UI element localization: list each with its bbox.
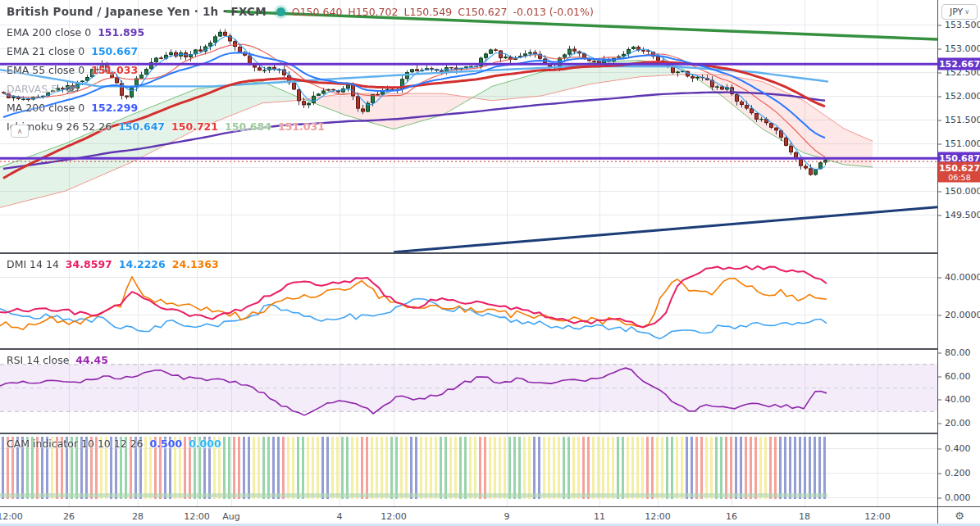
time-axis-label: 28 <box>132 511 144 522</box>
symbol-title[interactable]: British Pound / Japanese Yen · 1h · FXCM <box>7 5 267 18</box>
price-axis-tick: 40.0000 <box>938 272 979 283</box>
time-axis-label: 11 <box>594 511 605 522</box>
legend-row-label: EMA 55 close 0 <box>7 64 84 76</box>
cam-indicator-label[interactable]: CAM indicator 10 10 12 260.5000.000 <box>7 438 221 450</box>
legend-row-label: EMA 21 close 0 <box>7 45 84 57</box>
time-axis-label: 26 <box>63 511 75 522</box>
ohlc-readout: O150.640 H150.702 L150.549 C150.627 -0.0… <box>292 6 594 18</box>
legend-collapse-button[interactable]: ∧ <box>11 125 29 138</box>
time-axis-label: 4 <box>337 511 343 522</box>
market-status-icon[interactable] <box>276 7 285 16</box>
time-axis-label: 12:00 <box>0 511 23 522</box>
ohlc-close: C150.627 <box>458 6 507 18</box>
legend-row-label: DARVAS 5 <box>7 83 57 95</box>
price-axis-tick: 151.500 <box>938 115 979 125</box>
pane-label-value: 0.000 <box>189 438 221 450</box>
time-axis-label: 16 <box>726 511 737 522</box>
ohlc-change: -0.013 (-0.01%) <box>513 6 594 18</box>
rsi-pane-canvas[interactable] <box>0 350 937 433</box>
price-axis[interactable]: JPY ∨ 153.500153.000152.500152.000151.50… <box>937 0 980 506</box>
pane-label-text: DMI 14 14 <box>7 258 59 270</box>
price-axis-tick: 0.000 <box>938 492 979 503</box>
legend-row[interactable]: EMA 200 close 0151.895 <box>7 23 325 42</box>
dmi-indicator-label[interactable]: DMI 14 1434.859714.222624.1363 <box>7 258 219 270</box>
pane-label-value: 24.1363 <box>172 258 219 270</box>
ohlc-low: L150.549 <box>403 6 452 18</box>
time-axis-label: 18 <box>799 511 810 522</box>
time-axis-label: Aug <box>222 511 239 522</box>
legend-row-value: 150.667 <box>91 45 138 57</box>
time-axis-label: 12:00 <box>184 511 210 522</box>
legend-row-value: 150.647 <box>118 120 165 133</box>
legend-row[interactable]: Ichimoku 9 26 52 26150.647150.721150.684… <box>7 117 325 136</box>
price-axis-tick: 153.000 <box>938 43 979 54</box>
price-axis-tick: 60.00 <box>938 371 979 382</box>
time-axis-label: 12:00 <box>645 511 671 522</box>
legend-row-value: 150.721 <box>171 120 218 133</box>
legend-row[interactable]: DARVAS 5 <box>7 79 325 98</box>
pane-label-value: 34.8597 <box>66 258 112 270</box>
axis-badge-countdown: 06:58 <box>938 174 980 182</box>
ohlc-open: O150.640 <box>292 6 343 18</box>
time-axis-label: 12:00 <box>864 511 891 522</box>
price-axis-tick: 152.000 <box>938 91 979 102</box>
time-axis-label: 9 <box>504 511 510 522</box>
time-axis-label: 12:00 <box>381 511 407 522</box>
pane-divider[interactable] <box>0 348 937 350</box>
settings-gear-icon[interactable]: ⚙ <box>955 510 964 522</box>
eye-off-icon[interactable] <box>64 84 80 94</box>
pane-label-value: 44.45 <box>75 354 108 366</box>
price-axis-badge: 150.62706:58 <box>938 162 980 183</box>
pane-divider[interactable] <box>0 252 937 254</box>
symbol-header: British Pound / Japanese Yen · 1h · FXCM… <box>7 4 594 19</box>
axis-settings-cell: ⚙ <box>937 507 980 524</box>
currency-label: JPY <box>950 7 963 17</box>
price-axis-tick: 0.200 <box>938 468 979 478</box>
price-axis-tick: 150.000 <box>938 186 979 197</box>
legend-row-value: 151.895 <box>98 26 144 39</box>
pane-divider[interactable] <box>0 433 937 434</box>
legend-row-label: EMA 200 close 0 <box>7 26 91 39</box>
indicator-legend: EMA 200 close 0151.895EMA 21 close 0150.… <box>7 23 325 136</box>
price-axis-tick: 80.00 <box>938 347 979 358</box>
pane-label-text: RSI 14 close <box>7 354 69 366</box>
price-axis-badge: 152.667 <box>938 58 980 70</box>
legend-row-value: 150.684 <box>225 120 271 133</box>
ohlc-high: H150.702 <box>348 6 398 18</box>
pane-label-value: 14.2226 <box>119 258 166 270</box>
legend-row[interactable]: EMA 21 close 0150.667 <box>7 42 325 61</box>
price-axis-tick: 153.500 <box>938 20 979 30</box>
price-axis-tick: 20.00 <box>938 418 979 429</box>
legend-row[interactable]: MA 200 close 0152.299 <box>7 98 325 117</box>
legend-row[interactable]: EMA 55 close 0151.033 <box>7 61 325 79</box>
pane-label-value: 0.500 <box>150 438 183 450</box>
tradingview-chart-window: British Pound / Japanese Yen · 1h · FXCM… <box>0 0 980 526</box>
price-axis-tick: 20.0000 <box>938 310 979 320</box>
legend-row-label: MA 200 close 0 <box>7 102 84 114</box>
legend-row-value: 151.031 <box>278 120 325 133</box>
legend-row-value: 151.033 <box>91 64 138 76</box>
price-axis-tick: 151.000 <box>938 138 979 149</box>
rsi-indicator-label[interactable]: RSI 14 close44.45 <box>7 354 108 366</box>
currency-selector-button[interactable]: JPY ∨ <box>941 4 978 20</box>
price-axis-tick: 149.500 <box>938 210 979 220</box>
time-axis[interactable]: 12:00262812:00Aug412:0091112:00161812:00 <box>0 507 937 524</box>
pane-label-text: CAM indicator 10 10 12 26 <box>7 438 144 450</box>
chevron-down-icon: ∨ <box>964 8 969 16</box>
price-axis-tick: 0.400 <box>938 443 979 454</box>
price-axis-tick: 40.00 <box>938 394 979 405</box>
legend-row-value: 152.299 <box>91 102 138 114</box>
